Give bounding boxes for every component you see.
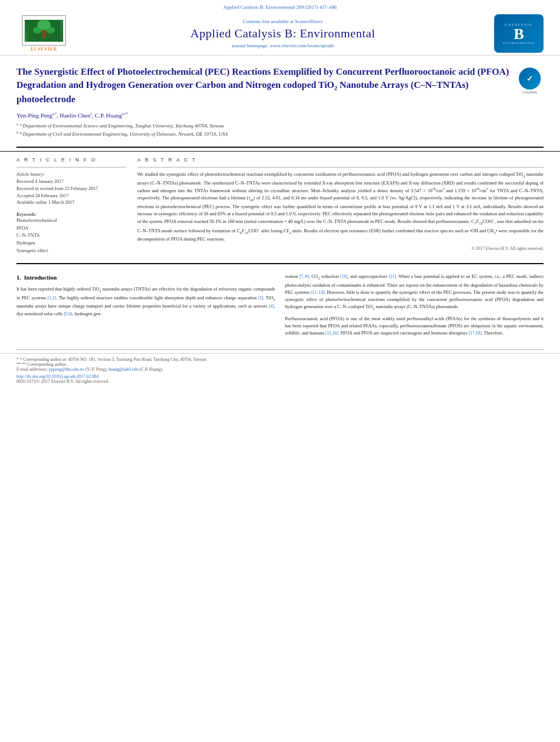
synthesis-word: synthesis [478, 316, 495, 321]
elsevier-text: ELSEVIER [31, 47, 57, 52]
doi-link[interactable]: http://dx.doi.org/10.1016/j.apcatb.2017.… [16, 374, 98, 379]
crossmark-badge: ✓ [519, 68, 541, 90]
footer-doi: http://dx.doi.org/10.1016/j.apcatb.2017.… [16, 374, 544, 379]
body-divider [16, 263, 544, 264]
email2-link[interactable]: huang@udel.edu [109, 367, 138, 372]
sciencedirect-link[interactable]: ScienceDirect [295, 19, 322, 24]
footer-notes: * * Corresponding author at: 40704 NO. 1… [16, 357, 544, 372]
email1-link[interactable]: yppeng@thu.edu.tw [49, 367, 85, 372]
svg-rect-4 [42, 30, 46, 38]
body-introduction: 1. Introduction It has been reported tha… [0, 267, 560, 346]
intro-left-para: It has been reported that highly ordered… [16, 286, 275, 317]
footer-divider [16, 349, 544, 350]
journal-ref-text: Applied Catalysis B: Environmental 209 (… [223, 4, 337, 10]
affiliations: a ᵃ Department of Environmental Science … [16, 122, 511, 138]
body-right-col: eration [7–9], CO2 reduction [10], and s… [285, 273, 544, 341]
history-label: Article history: [16, 171, 126, 178]
homepage-url[interactable]: www.elsevier.com/locate/apcatb [270, 43, 334, 48]
article-title-section: The Synergistic Effect of Photoelectroch… [16, 65, 511, 138]
received-revised-date: Received in revised form 23 February 201… [16, 185, 126, 192]
journal-name: Applied Catalysis B: Environmental [71, 26, 494, 41]
intro-right-para1: eration [7–9], CO2 reduction [10], and s… [285, 273, 544, 312]
abstract-title: A B S T R A C T [137, 157, 544, 163]
accepted-date: Accepted 28 February 2017 [16, 192, 126, 199]
article-info-title: A R T I C L E I N F O [16, 157, 126, 163]
journal-title-center: Contents lists available at ScienceDirec… [71, 19, 494, 48]
elsevier-tree-image [25, 20, 63, 42]
intro-right-para2: Perfluorooctanoic acid (PFOA) is one of … [285, 315, 544, 337]
footer: * * Corresponding author at: 40704 NO. 1… [0, 353, 560, 387]
keywords-block: Keywords: Photoelectrochemical PFOA C–N–… [16, 211, 126, 254]
intro-heading: 1. Introduction [16, 273, 275, 282]
crossmark-text: CrossMark [523, 91, 537, 94]
keywords-label: Keywords: [16, 211, 126, 217]
body-left-col: 1. Introduction It has been reported tha… [16, 273, 275, 341]
footer-emails: E-mail addresses: yppeng@thu.edu.tw (Y.-… [16, 367, 544, 372]
journal-ref-line: Applied Catalysis B: Environmental 209 (… [0, 0, 560, 11]
available-date: Available online 1 March 2017 [16, 199, 126, 206]
received-date: Received 4 January 2017 [16, 178, 126, 185]
article-info-block: Article history: Received 4 January 2017… [16, 171, 126, 206]
catalysis-logo: CATALYSIS B ENVIRONMENTAL [494, 14, 544, 53]
elsevier-logo: ELSEVIER [16, 15, 71, 52]
contents-line: Contents lists available at ScienceDirec… [71, 19, 494, 24]
section-divider-top [16, 147, 544, 148]
keyword-items: Photoelectrochemical PFOA C–N–TNTA Hydro… [16, 217, 126, 254]
journal-homepage: journal homepage: www.elsevier.com/locat… [71, 43, 494, 48]
authors: Yen-Ping Penga,*, Hanlin Chena, C.P. Hua… [16, 112, 511, 119]
abstract-col: A B S T R A C T We studied the synergist… [137, 157, 544, 254]
abstract-text: We studied the synergistic effect of pho… [137, 171, 544, 243]
page: Applied Catalysis B: Environmental 209 (… [0, 0, 560, 742]
footer-note1: * * Corresponding author at: 40704 NO. 1… [16, 357, 544, 362]
article-header: The Synergistic Effect of Photoelectroch… [0, 55, 560, 143]
article-info-col: A R T I C L E I N F O Article history: R… [16, 157, 126, 254]
footer-issn: 0926-3373/© 2017 Elsevier B.V. All right… [16, 379, 544, 384]
elsevier-logo-box [22, 15, 66, 46]
article-info-abstract: A R T I C L E I N F O Article history: R… [0, 151, 560, 260]
article-title: The Synergistic Effect of Photoelectroch… [16, 65, 511, 105]
crossmark: ✓ CrossMark [516, 65, 544, 138]
copyright-line: © 2017 Elsevier B.V. All rights reserved… [137, 246, 544, 251]
journal-header: ELSEVIER Contents lists available at Sci… [0, 11, 560, 55]
footer-note2: ** ** Corresponding author. [16, 362, 544, 367]
